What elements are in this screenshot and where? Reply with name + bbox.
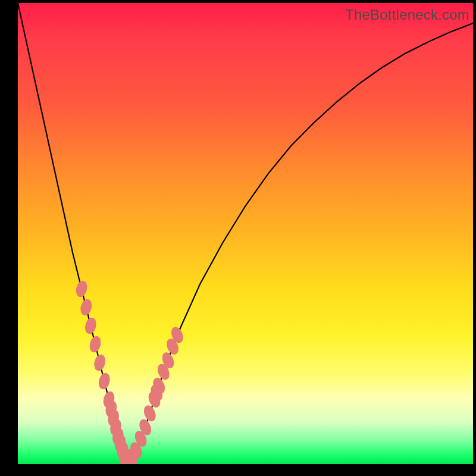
data-dots bbox=[74, 280, 185, 464]
bottleneck-curve bbox=[18, 3, 473, 464]
plot-area: TheBottleneck.com bbox=[18, 3, 473, 464]
data-point bbox=[97, 372, 111, 391]
curve-path bbox=[18, 3, 473, 464]
chart-frame: TheBottleneck.com bbox=[0, 0, 476, 476]
data-point bbox=[83, 317, 98, 336]
data-point bbox=[88, 335, 102, 354]
data-point bbox=[93, 353, 107, 372]
data-point bbox=[74, 280, 89, 299]
data-point bbox=[79, 298, 93, 317]
